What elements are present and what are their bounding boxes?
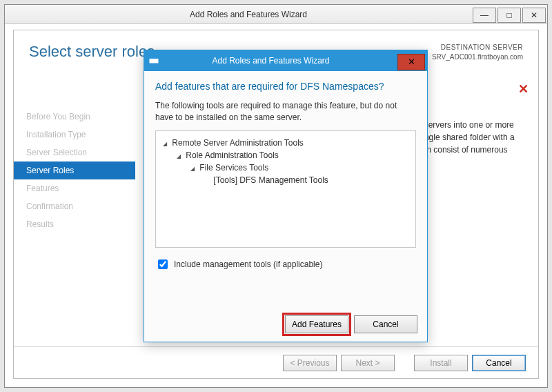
dialog-close-button[interactable]: ✕ (397, 54, 425, 70)
destination-label: DESTINATION SERVER (432, 43, 523, 52)
dialog-cancel-button[interactable]: Cancel (354, 315, 417, 333)
svg-rect-2 (149, 57, 159, 59)
dialog-titlebar: Add Roles and Features Wizard ✕ (144, 50, 427, 71)
previous-button[interactable]: < Previous (283, 355, 337, 371)
minimize-button[interactable]: — (473, 8, 496, 23)
caret-icon: ◢ (163, 141, 170, 147)
wizard-step[interactable]: Server Selection (14, 144, 135, 161)
server-manager-icon (144, 51, 164, 70)
include-tools-row[interactable]: Include management tools (if applicable) (155, 257, 416, 271)
tree-node-label: Role Administration Tools (184, 150, 279, 160)
include-tools-label: Include management tools (if applicable) (174, 259, 322, 269)
next-button[interactable]: Next > (341, 355, 395, 371)
tree-node-label: File Services Tools (197, 163, 268, 173)
close-button[interactable]: ✕ (522, 8, 546, 23)
dialog-title: Add Roles and Features Wizard (164, 56, 397, 66)
wizard-step[interactable]: Confirmation (14, 197, 135, 215)
wizard-step[interactable]: Installation Type (14, 126, 135, 144)
tree-node: ◢ Remote Server Administration Tools (163, 137, 408, 149)
caret-icon: ◢ (190, 166, 197, 172)
wizard-step[interactable]: Results (14, 215, 135, 233)
window-titlebar: Add Roles and Features Wizard — □ ✕ (5, 5, 547, 24)
include-tools-checkbox[interactable] (158, 259, 168, 269)
tree-node-label: Remote Server Administration Tools (170, 138, 304, 148)
tree-node: [Tools] DFS Management Tools (163, 174, 408, 186)
destination-server-info: DESTINATION SERVER SRV_ADC001.firatboyan… (432, 43, 523, 61)
maximize-button[interactable]: □ (497, 8, 521, 23)
wizard-footer: < Previous Next > Install Cancel (14, 346, 538, 378)
add-features-dialog: Add Roles and Features Wizard ✕ Add feat… (144, 50, 428, 342)
tree-node-label: [Tools] DFS Management Tools (211, 175, 328, 185)
destination-value: SRV_ADC001.firatboyan.com (432, 52, 523, 62)
wizard-step[interactable]: Server Roles (14, 161, 135, 179)
install-button[interactable]: Install (414, 355, 468, 371)
page-title: Select server roles (29, 43, 155, 61)
wizard-step[interactable]: Features (14, 179, 135, 197)
dismiss-icon[interactable]: ✕ (518, 81, 529, 97)
caret-icon: ◢ (177, 153, 184, 159)
window-title: Add Roles and Features Wizard (24, 10, 473, 19)
tree-node: ◢ File Services Tools (163, 161, 408, 174)
wizard-steps: Before You BeginInstallation TypeServer … (14, 104, 135, 342)
cancel-button[interactable]: Cancel (472, 355, 526, 371)
features-tree: ◢ Remote Server Administration Tools◢ Ro… (155, 130, 416, 248)
add-features-button[interactable]: Add Features (285, 315, 348, 333)
wizard-step[interactable]: Before You Begin (14, 108, 135, 126)
dialog-heading: Add features that are required for DFS N… (155, 81, 416, 92)
tree-node: ◢ Role Administration Tools (163, 149, 408, 161)
dialog-text: The following tools are required to mana… (155, 100, 416, 124)
